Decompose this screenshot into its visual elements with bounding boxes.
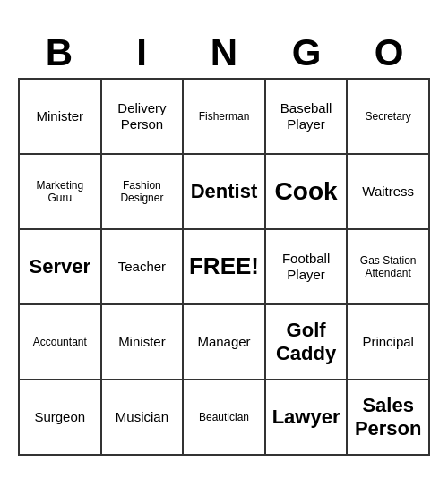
cell-text-7: Dentist xyxy=(191,180,258,203)
bingo-cell-5: Marketing Guru xyxy=(20,155,102,230)
cell-text-5: Marketing Guru xyxy=(23,179,97,205)
bingo-cell-2: Fisherman xyxy=(184,80,266,155)
bingo-cell-16: Minister xyxy=(102,305,185,380)
bingo-cell-14: Gas Station Attendant xyxy=(348,230,430,305)
bingo-card: BINGO MinisterDelivery PersonFishermanBa… xyxy=(18,31,430,456)
cell-text-9: Waitress xyxy=(362,184,414,200)
cell-text-22: Beautician xyxy=(199,411,249,423)
cell-text-17: Manager xyxy=(197,334,250,350)
cell-text-18: Golf Caddy xyxy=(270,319,343,366)
bingo-cell-0: Minister xyxy=(20,80,102,155)
bingo-cell-19: Principal xyxy=(348,305,430,380)
cell-text-16: Minister xyxy=(118,334,166,350)
bingo-grid: MinisterDelivery PersonFishermanBaseball… xyxy=(18,78,430,456)
bingo-cell-20: Surgeon xyxy=(20,380,102,456)
cell-text-2: Fisherman xyxy=(199,110,250,123)
bingo-cell-7: Dentist xyxy=(184,155,266,230)
bingo-cell-18: Golf Caddy xyxy=(266,305,349,380)
cell-text-10: Server xyxy=(30,255,91,278)
bingo-cell-21: Musician xyxy=(102,380,185,456)
bingo-letter-g: G xyxy=(269,31,344,74)
cell-text-4: Secretary xyxy=(366,110,411,123)
cell-text-8: Cook xyxy=(275,176,338,207)
bingo-cell-17: Manager xyxy=(184,305,266,380)
cell-text-3: Baseball Player xyxy=(270,100,343,132)
cell-text-19: Principal xyxy=(362,334,414,350)
bingo-cell-1: Delivery Person xyxy=(102,80,185,155)
cell-text-13: Football Player xyxy=(270,251,343,283)
cell-text-23: Lawyer xyxy=(272,406,340,429)
bingo-cell-11: Teacher xyxy=(102,230,185,305)
bingo-letter-o: O xyxy=(351,31,426,74)
cell-text-20: Surgeon xyxy=(34,409,85,425)
cell-text-14: Gas Station Attendant xyxy=(351,254,425,280)
cell-text-21: Musician xyxy=(116,409,168,425)
bingo-cell-15: Accountant xyxy=(20,305,102,380)
bingo-cell-3: Baseball Player xyxy=(266,80,349,155)
cell-text-6: Fashion Designer xyxy=(106,179,179,205)
bingo-cell-9: Waitress xyxy=(348,155,430,230)
bingo-cell-22: Beautician xyxy=(184,380,266,456)
bingo-cell-13: Football Player xyxy=(266,230,349,305)
cell-text-12: FREE! xyxy=(189,252,259,280)
bingo-cell-12: FREE! xyxy=(184,230,266,305)
bingo-header: BINGO xyxy=(18,31,430,74)
bingo-letter-i: I xyxy=(104,31,179,74)
bingo-cell-24: Sales Person xyxy=(348,380,430,456)
bingo-cell-4: Secretary xyxy=(348,80,430,155)
bingo-letter-n: N xyxy=(186,31,262,74)
bingo-cell-10: Server xyxy=(20,230,102,305)
cell-text-0: Minister xyxy=(37,108,84,124)
bingo-cell-23: Lawyer xyxy=(266,380,349,456)
cell-text-24: Sales Person xyxy=(351,394,425,441)
bingo-cell-8: Cook xyxy=(266,155,349,230)
bingo-cell-6: Fashion Designer xyxy=(102,155,185,230)
cell-text-11: Teacher xyxy=(118,259,166,275)
cell-text-15: Accountant xyxy=(33,336,87,348)
cell-text-1: Delivery Person xyxy=(106,100,179,132)
bingo-letter-b: B xyxy=(22,31,97,74)
